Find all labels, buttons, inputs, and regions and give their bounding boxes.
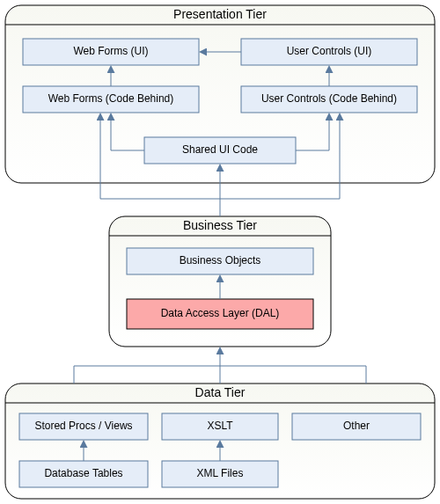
architecture-diagram: Presentation Tier Web Forms (UI) User Co… [0,0,440,504]
other-box: Other [292,413,421,440]
data-tier-title: Data Tier [195,385,246,399]
database-tables-box: Database Tables [19,461,148,487]
stored-procs-box: Stored Procs / Views [19,413,148,440]
xslt-label: XSLT [207,420,233,432]
dal-box: Data Access Layer (DAL) [127,299,313,329]
user-controls-codebehind-box: User Controls (Code Behind) [241,86,417,113]
xml-files-box: XML Files [162,461,278,487]
web-forms-ui-box: Web Forms (UI) [23,39,199,65]
web-forms-codebehind-box: Web Forms (Code Behind) [23,86,199,113]
database-tables-label: Database Tables [44,467,122,479]
other-label: Other [343,420,370,432]
conn-dt-right [220,366,366,383]
data-tier: Data Tier Stored Procs / Views XSLT Othe… [5,383,435,499]
user-controls-codebehind-label: User Controls (Code Behind) [261,92,397,105]
xml-files-label: XML Files [197,467,244,479]
web-forms-codebehind-label: Web Forms (Code Behind) [48,92,174,105]
xslt-box: XSLT [162,413,278,440]
presentation-tier-title: Presentation Tier [173,7,267,21]
conn-dt-left [74,366,220,383]
business-objects-label: Business Objects [180,254,261,267]
business-tier: Business Tier Business Objects Data Acce… [109,216,331,347]
business-tier-title: Business Tier [183,218,257,232]
shared-ui-box: Shared UI Code [144,137,296,164]
user-controls-ui-label: User Controls (UI) [287,45,372,57]
business-objects-box: Business Objects [127,248,313,274]
user-controls-ui-box: User Controls (UI) [241,39,417,65]
dal-label: Data Access Layer (DAL) [161,307,280,319]
stored-procs-label: Stored Procs / Views [34,420,132,432]
presentation-tier: Presentation Tier Web Forms (UI) User Co… [5,5,435,183]
shared-ui-label: Shared UI Code [182,143,258,156]
web-forms-ui-label: Web Forms (UI) [73,45,148,57]
